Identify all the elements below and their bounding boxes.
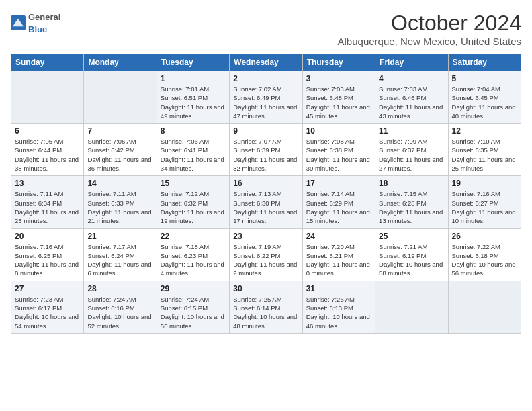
day-number: 29 — [161, 284, 226, 293]
day-number: 20 — [15, 232, 80, 241]
cell-info: Sunrise: 7:02 AMSunset: 6:49 PMDaylight:… — [233, 85, 298, 120]
cell-info: Sunrise: 7:19 AMSunset: 6:22 PMDaylight:… — [233, 242, 298, 278]
day-number: 10 — [306, 126, 371, 136]
calendar-cell: 1Sunrise: 7:01 AMSunset: 6:51 PMDaylight… — [157, 71, 229, 124]
cell-info: Sunrise: 7:04 AMSunset: 6:45 PMDaylight:… — [452, 85, 517, 120]
day-number: 14 — [87, 179, 152, 188]
cell-info: Sunrise: 7:17 AMSunset: 6:24 PMDaylight:… — [87, 242, 152, 278]
day-number: 11 — [379, 126, 444, 136]
calendar-cell: 28Sunrise: 7:24 AMSunset: 6:16 PMDayligh… — [84, 281, 157, 333]
cell-info: Sunrise: 7:15 AMSunset: 6:28 PMDaylight:… — [379, 189, 444, 225]
day-number: 16 — [233, 179, 298, 188]
calendar-cell: 25Sunrise: 7:21 AMSunset: 6:19 PMDayligh… — [375, 228, 448, 281]
col-header-monday: Monday — [84, 54, 157, 71]
cell-info: Sunrise: 7:25 AMSunset: 6:14 PMDaylight:… — [233, 295, 298, 330]
day-number: 28 — [87, 284, 152, 293]
day-number: 23 — [233, 232, 298, 241]
cell-info: Sunrise: 7:08 AMSunset: 6:38 PMDaylight:… — [306, 137, 371, 173]
calendar-cell: 31Sunrise: 7:26 AMSunset: 6:13 PMDayligh… — [302, 281, 375, 333]
cell-info: Sunrise: 7:01 AMSunset: 6:51 PMDaylight:… — [161, 85, 226, 120]
col-header-thursday: Thursday — [302, 54, 375, 71]
day-number: 3 — [306, 74, 371, 83]
day-number: 6 — [15, 126, 80, 136]
logo-blue: Blue — [28, 24, 47, 34]
cell-info: Sunrise: 7:05 AMSunset: 6:44 PMDaylight:… — [15, 137, 80, 173]
day-number: 19 — [452, 179, 517, 188]
title-block: October 2024 Albuquerque, New Mexico, Un… — [338, 11, 521, 47]
cell-info: Sunrise: 7:16 AMSunset: 6:27 PMDaylight:… — [452, 189, 517, 225]
col-header-sunday: Sunday — [11, 54, 84, 71]
calendar-cell: 26Sunrise: 7:22 AMSunset: 6:18 PMDayligh… — [448, 228, 521, 281]
day-number: 1 — [161, 74, 226, 83]
cell-info: Sunrise: 7:24 AMSunset: 6:16 PMDaylight:… — [87, 295, 152, 330]
cell-info: Sunrise: 7:06 AMSunset: 6:42 PMDaylight:… — [87, 137, 152, 173]
calendar-cell: 17Sunrise: 7:14 AMSunset: 6:29 PMDayligh… — [302, 176, 375, 228]
calendar-cell: 6Sunrise: 7:05 AMSunset: 6:44 PMDaylight… — [11, 124, 84, 176]
calendar-cell: 21Sunrise: 7:17 AMSunset: 6:24 PMDayligh… — [84, 228, 157, 281]
calendar-table: SundayMondayTuesdayWednesdayThursdayFrid… — [11, 54, 521, 334]
calendar-cell: 15Sunrise: 7:12 AMSunset: 6:32 PMDayligh… — [157, 176, 229, 228]
cell-info: Sunrise: 7:23 AMSunset: 6:17 PMDaylight:… — [15, 295, 80, 330]
calendar-cell — [84, 71, 157, 124]
calendar-cell: 11Sunrise: 7:09 AMSunset: 6:37 PMDayligh… — [375, 124, 448, 176]
calendar-cell: 9Sunrise: 7:07 AMSunset: 6:39 PMDaylight… — [230, 124, 302, 176]
logo-general: General — [28, 12, 60, 22]
cell-info: Sunrise: 7:03 AMSunset: 6:48 PMDaylight:… — [306, 85, 371, 120]
calendar-cell — [11, 71, 84, 124]
calendar-cell — [448, 281, 521, 333]
calendar-cell: 8Sunrise: 7:06 AMSunset: 6:41 PMDaylight… — [157, 124, 229, 176]
calendar-cell: 16Sunrise: 7:13 AMSunset: 6:30 PMDayligh… — [230, 176, 302, 228]
col-header-saturday: Saturday — [448, 54, 521, 71]
day-number: 5 — [452, 74, 517, 83]
cell-info: Sunrise: 7:03 AMSunset: 6:46 PMDaylight:… — [379, 85, 444, 120]
cell-info: Sunrise: 7:24 AMSunset: 6:15 PMDaylight:… — [161, 295, 226, 330]
day-number: 25 — [379, 232, 444, 241]
location: Albuquerque, New Mexico, United States — [338, 36, 521, 47]
calendar-cell: 10Sunrise: 7:08 AMSunset: 6:38 PMDayligh… — [302, 124, 375, 176]
day-number: 22 — [161, 232, 226, 241]
calendar-cell: 3Sunrise: 7:03 AMSunset: 6:48 PMDaylight… — [302, 71, 375, 124]
cell-info: Sunrise: 7:11 AMSunset: 6:33 PMDaylight:… — [87, 189, 152, 225]
day-number: 21 — [87, 232, 152, 241]
day-number: 15 — [161, 179, 226, 188]
cell-info: Sunrise: 7:22 AMSunset: 6:18 PMDaylight:… — [452, 242, 517, 278]
day-number: 8 — [161, 126, 226, 136]
day-number: 30 — [233, 284, 298, 293]
col-header-tuesday: Tuesday — [157, 54, 229, 71]
cell-info: Sunrise: 7:18 AMSunset: 6:23 PMDaylight:… — [161, 242, 226, 278]
calendar-cell: 27Sunrise: 7:23 AMSunset: 6:17 PMDayligh… — [11, 281, 84, 333]
cell-info: Sunrise: 7:12 AMSunset: 6:32 PMDaylight:… — [161, 189, 226, 225]
calendar-cell: 30Sunrise: 7:25 AMSunset: 6:14 PMDayligh… — [230, 281, 302, 333]
cell-info: Sunrise: 7:09 AMSunset: 6:37 PMDaylight:… — [379, 137, 444, 173]
calendar-cell: 7Sunrise: 7:06 AMSunset: 6:42 PMDaylight… — [84, 124, 157, 176]
day-number: 13 — [15, 179, 80, 188]
calendar-cell: 19Sunrise: 7:16 AMSunset: 6:27 PMDayligh… — [448, 176, 521, 228]
cell-info: Sunrise: 7:21 AMSunset: 6:19 PMDaylight:… — [379, 242, 444, 278]
calendar-cell: 13Sunrise: 7:11 AMSunset: 6:34 PMDayligh… — [11, 176, 84, 228]
logo: General Blue — [11, 11, 60, 35]
cell-info: Sunrise: 7:10 AMSunset: 6:35 PMDaylight:… — [452, 137, 517, 173]
day-number: 17 — [306, 179, 371, 188]
day-number: 12 — [452, 126, 517, 136]
calendar-cell: 5Sunrise: 7:04 AMSunset: 6:45 PMDaylight… — [448, 71, 521, 124]
calendar-cell: 2Sunrise: 7:02 AMSunset: 6:49 PMDaylight… — [230, 71, 302, 124]
calendar-cell — [375, 281, 448, 333]
cell-info: Sunrise: 7:06 AMSunset: 6:41 PMDaylight:… — [161, 137, 226, 173]
calendar-cell: 23Sunrise: 7:19 AMSunset: 6:22 PMDayligh… — [230, 228, 302, 281]
calendar-cell: 22Sunrise: 7:18 AMSunset: 6:23 PMDayligh… — [157, 228, 229, 281]
day-number: 4 — [379, 74, 444, 83]
calendar-cell: 4Sunrise: 7:03 AMSunset: 6:46 PMDaylight… — [375, 71, 448, 124]
col-header-friday: Friday — [375, 54, 448, 71]
page-header: General Blue October 2024 Albuquerque, N… — [11, 11, 521, 47]
calendar-cell: 29Sunrise: 7:24 AMSunset: 6:15 PMDayligh… — [157, 281, 229, 333]
day-number: 31 — [306, 284, 371, 293]
cell-info: Sunrise: 7:20 AMSunset: 6:21 PMDaylight:… — [306, 242, 371, 278]
day-number: 9 — [233, 126, 298, 136]
day-number: 7 — [87, 126, 152, 136]
cell-info: Sunrise: 7:14 AMSunset: 6:29 PMDaylight:… — [306, 189, 371, 225]
day-number: 27 — [15, 284, 80, 293]
day-number: 26 — [452, 232, 517, 241]
day-number: 2 — [233, 74, 298, 83]
day-number: 18 — [379, 179, 444, 188]
col-header-wednesday: Wednesday — [230, 54, 302, 71]
